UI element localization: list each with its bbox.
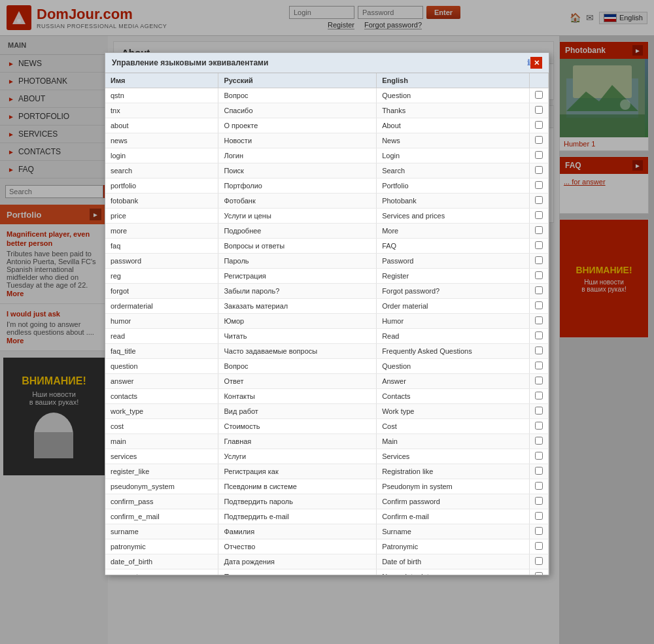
row-checkbox-17[interactable] (535, 347, 543, 354)
row-name-6: portfolio (105, 178, 218, 194)
row-checkbox-cell-26[interactable] (530, 479, 549, 494)
row-checkbox-cell-12[interactable] (530, 269, 549, 284)
row-checkbox-cell-21[interactable] (530, 404, 549, 419)
row-name-21: work_type (105, 404, 218, 419)
row-checkbox-22[interactable] (535, 422, 543, 430)
row-checkbox-cell-13[interactable] (530, 284, 549, 299)
row-checkbox-cell-4[interactable] (530, 148, 549, 163)
row-english-18: Question (377, 359, 530, 374)
row-checkbox-0[interactable] (535, 91, 543, 99)
row-english-1: Thanks (377, 103, 530, 118)
row-checkbox-cell-5[interactable] (530, 163, 549, 178)
row-checkbox-23[interactable] (535, 437, 543, 445)
row-checkbox-3[interactable] (535, 136, 543, 144)
row-checkbox-cell-14[interactable] (530, 299, 549, 314)
row-checkbox-25[interactable] (535, 467, 543, 475)
row-russian-17: Часто задаваемые вопросы (218, 344, 377, 359)
row-checkbox-cell-32[interactable] (530, 569, 549, 576)
row-checkbox-8[interactable] (535, 211, 543, 219)
row-russian-25: Регистрация как (218, 464, 377, 479)
row-checkbox-19[interactable] (535, 377, 543, 384)
row-english-4: Login (377, 148, 530, 163)
table-row: main Главная Main (105, 434, 549, 449)
table-row: confirm_pass Подтвердить пароль Confirm … (105, 494, 549, 509)
row-checkbox-20[interactable] (535, 392, 543, 399)
row-checkbox-26[interactable] (535, 482, 543, 490)
row-checkbox-13[interactable] (535, 286, 543, 294)
row-checkbox-cell-30[interactable] (530, 539, 549, 554)
row-english-23: Main (377, 434, 530, 449)
row-checkbox-15[interactable] (535, 316, 543, 324)
row-checkbox-16[interactable] (535, 331, 543, 339)
row-checkbox-cell-17[interactable] (530, 344, 549, 359)
modal-close-button[interactable]: ✕ (530, 57, 542, 69)
row-checkbox-18[interactable] (535, 362, 543, 369)
row-checkbox-32[interactable] (535, 572, 543, 575)
row-checkbox-29[interactable] (535, 527, 543, 535)
row-english-21: Work type (377, 404, 530, 419)
row-checkbox-11[interactable] (535, 256, 543, 264)
row-name-16: read (105, 329, 218, 344)
row-english-13: Forgot password? (377, 284, 530, 299)
row-russian-1: Спасибо (218, 103, 377, 118)
row-checkbox-21[interactable] (535, 407, 543, 415)
row-checkbox-cell-29[interactable] (530, 524, 549, 539)
row-checkbox-28[interactable] (535, 512, 543, 520)
row-checkbox-cell-24[interactable] (530, 449, 549, 464)
translations-table-body: qstn Вопрос Question tnx Спасибо Thanks … (105, 88, 549, 576)
row-english-8: Services and prices (377, 209, 530, 224)
table-row: about О проекте About (105, 118, 549, 133)
row-checkbox-cell-8[interactable] (530, 209, 549, 224)
table-row: date_of_birth Дата рождения Date of birt… (105, 554, 549, 569)
row-checkbox-cell-15[interactable] (530, 314, 549, 329)
row-checkbox-cell-18[interactable] (530, 359, 549, 374)
row-checkbox-cell-6[interactable] (530, 178, 549, 194)
row-russian-0: Вопрос (218, 88, 377, 103)
table-row: reg Регистрация Register (105, 269, 549, 284)
row-checkbox-cell-10[interactable] (530, 239, 549, 254)
row-checkbox-cell-31[interactable] (530, 554, 549, 569)
row-checkbox-cell-3[interactable] (530, 133, 549, 148)
row-checkbox-10[interactable] (535, 241, 543, 249)
row-checkbox-cell-9[interactable] (530, 224, 549, 239)
row-russian-27: Подтвердить пароль (218, 494, 377, 509)
row-checkbox-5[interactable] (535, 166, 543, 174)
row-checkbox-6[interactable] (535, 181, 543, 189)
row-checkbox-cell-22[interactable] (530, 419, 549, 434)
row-russian-19: Ответ (218, 374, 377, 389)
row-name-0: qstn (105, 88, 218, 103)
row-russian-5: Поиск (218, 163, 377, 178)
row-checkbox-cell-19[interactable] (530, 374, 549, 389)
row-checkbox-7[interactable] (535, 196, 543, 204)
row-russian-28: Подтвердить e-mail (218, 509, 377, 524)
row-russian-18: Вопрос (218, 359, 377, 374)
row-checkbox-cell-27[interactable] (530, 494, 549, 509)
table-row: faq Вопросы и ответы FAQ (105, 239, 549, 254)
row-checkbox-27[interactable] (535, 497, 543, 505)
row-english-7: Photobank (377, 194, 530, 209)
row-checkbox-cell-2[interactable] (530, 118, 549, 133)
row-checkbox-31[interactable] (535, 557, 543, 565)
row-checkbox-cell-11[interactable] (530, 254, 549, 269)
row-checkbox-cell-7[interactable] (530, 194, 549, 209)
row-name-1: tnx (105, 103, 218, 118)
row-checkbox-2[interactable] (535, 121, 543, 129)
table-row: contacts Контакты Contacts (105, 389, 549, 404)
row-checkbox-cell-25[interactable] (530, 464, 549, 479)
row-checkbox-1[interactable] (535, 106, 543, 114)
row-checkbox-24[interactable] (535, 452, 543, 460)
row-checkbox-14[interactable] (535, 301, 543, 309)
row-checkbox-9[interactable] (535, 226, 543, 234)
row-checkbox-cell-28[interactable] (530, 509, 549, 524)
row-checkbox-12[interactable] (535, 271, 543, 279)
table-row: search Поиск Search (105, 163, 549, 178)
row-checkbox-30[interactable] (535, 542, 543, 550)
table-row: login Логин Login (105, 148, 549, 163)
row-checkbox-cell-23[interactable] (530, 434, 549, 449)
row-checkbox-cell-20[interactable] (530, 389, 549, 404)
row-checkbox-cell-1[interactable] (530, 103, 549, 118)
row-checkbox-cell-16[interactable] (530, 329, 549, 344)
row-checkbox-cell-0[interactable] (530, 88, 549, 103)
row-russian-7: Фотобанк (218, 194, 377, 209)
row-checkbox-4[interactable] (535, 151, 543, 159)
